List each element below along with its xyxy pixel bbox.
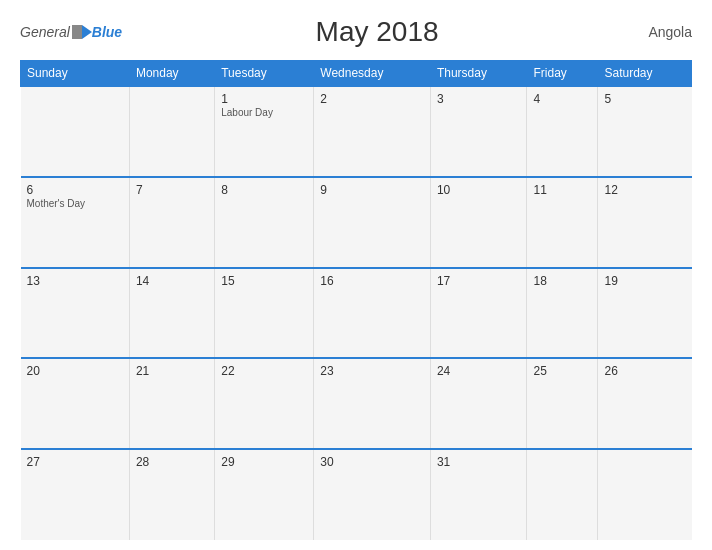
day-number: 2 <box>320 92 424 106</box>
col-wednesday: Wednesday <box>314 61 431 87</box>
col-monday: Monday <box>129 61 214 87</box>
calendar-cell: 28 <box>129 449 214 540</box>
day-number: 4 <box>533 92 591 106</box>
country-label: Angola <box>632 24 692 40</box>
calendar-cell: 8 <box>215 177 314 268</box>
day-number: 17 <box>437 274 521 288</box>
calendar-cell: 15 <box>215 268 314 359</box>
day-number: 1 <box>221 92 307 106</box>
day-number: 10 <box>437 183 521 197</box>
calendar-cell: 9 <box>314 177 431 268</box>
calendar-cell: 14 <box>129 268 214 359</box>
day-number: 9 <box>320 183 424 197</box>
calendar-cell: 19 <box>598 268 692 359</box>
day-number: 14 <box>136 274 208 288</box>
day-number: 15 <box>221 274 307 288</box>
day-number: 3 <box>437 92 521 106</box>
calendar-cell <box>598 449 692 540</box>
calendar-cell: 5 <box>598 86 692 177</box>
calendar-week-row: 1Labour Day2345 <box>21 86 692 177</box>
day-number: 6 <box>27 183 123 197</box>
calendar-cell: 1Labour Day <box>215 86 314 177</box>
day-number: 26 <box>604 364 685 378</box>
day-number: 16 <box>320 274 424 288</box>
day-number: 19 <box>604 274 685 288</box>
calendar-cell: 17 <box>430 268 527 359</box>
calendar-cell: 4 <box>527 86 598 177</box>
calendar-cell <box>21 86 130 177</box>
calendar-cell: 11 <box>527 177 598 268</box>
calendar-cell: 26 <box>598 358 692 449</box>
day-number: 21 <box>136 364 208 378</box>
holiday-label: Mother's Day <box>27 198 123 209</box>
calendar-cell: 30 <box>314 449 431 540</box>
logo-general-text: General <box>20 24 70 40</box>
day-number: 5 <box>604 92 685 106</box>
calendar-cell: 10 <box>430 177 527 268</box>
logo: General Blue <box>20 24 122 40</box>
calendar-cell: 13 <box>21 268 130 359</box>
calendar-cell: 2 <box>314 86 431 177</box>
calendar-cell: 29 <box>215 449 314 540</box>
col-sunday: Sunday <box>21 61 130 87</box>
day-number: 28 <box>136 455 208 469</box>
weekday-header-row: Sunday Monday Tuesday Wednesday Thursday… <box>21 61 692 87</box>
col-saturday: Saturday <box>598 61 692 87</box>
day-number: 11 <box>533 183 591 197</box>
calendar-cell: 22 <box>215 358 314 449</box>
logo-blue-text: Blue <box>92 24 122 40</box>
svg-marker-1 <box>72 25 82 39</box>
calendar-cell: 18 <box>527 268 598 359</box>
calendar-cell <box>129 86 214 177</box>
day-number: 7 <box>136 183 208 197</box>
day-number: 29 <box>221 455 307 469</box>
day-number: 27 <box>27 455 123 469</box>
day-number: 22 <box>221 364 307 378</box>
calendar-table: Sunday Monday Tuesday Wednesday Thursday… <box>20 60 692 540</box>
calendar-cell: 12 <box>598 177 692 268</box>
col-tuesday: Tuesday <box>215 61 314 87</box>
holiday-label: Labour Day <box>221 107 307 118</box>
calendar-cell: 16 <box>314 268 431 359</box>
calendar-cell: 3 <box>430 86 527 177</box>
day-number: 25 <box>533 364 591 378</box>
calendar-week-row: 20212223242526 <box>21 358 692 449</box>
day-number: 13 <box>27 274 123 288</box>
day-number: 31 <box>437 455 521 469</box>
calendar-cell: 27 <box>21 449 130 540</box>
calendar-cell: 7 <box>129 177 214 268</box>
calendar-cell: 6Mother's Day <box>21 177 130 268</box>
calendar-cell: 24 <box>430 358 527 449</box>
day-number: 8 <box>221 183 307 197</box>
col-friday: Friday <box>527 61 598 87</box>
day-number: 30 <box>320 455 424 469</box>
calendar-cell: 21 <box>129 358 214 449</box>
calendar-page: General Blue May 2018 Angola Sunday Mond… <box>0 0 712 550</box>
day-number: 20 <box>27 364 123 378</box>
calendar-cell: 25 <box>527 358 598 449</box>
svg-marker-0 <box>82 25 92 39</box>
day-number: 12 <box>604 183 685 197</box>
day-number: 24 <box>437 364 521 378</box>
calendar-week-row: 13141516171819 <box>21 268 692 359</box>
calendar-week-row: 6Mother's Day789101112 <box>21 177 692 268</box>
calendar-cell: 23 <box>314 358 431 449</box>
calendar-cell <box>527 449 598 540</box>
calendar-header: General Blue May 2018 Angola <box>20 16 692 48</box>
logo-icon <box>72 25 92 39</box>
day-number: 23 <box>320 364 424 378</box>
calendar-cell: 20 <box>21 358 130 449</box>
day-number: 18 <box>533 274 591 288</box>
col-thursday: Thursday <box>430 61 527 87</box>
calendar-cell: 31 <box>430 449 527 540</box>
calendar-week-row: 2728293031 <box>21 449 692 540</box>
calendar-title: May 2018 <box>122 16 632 48</box>
